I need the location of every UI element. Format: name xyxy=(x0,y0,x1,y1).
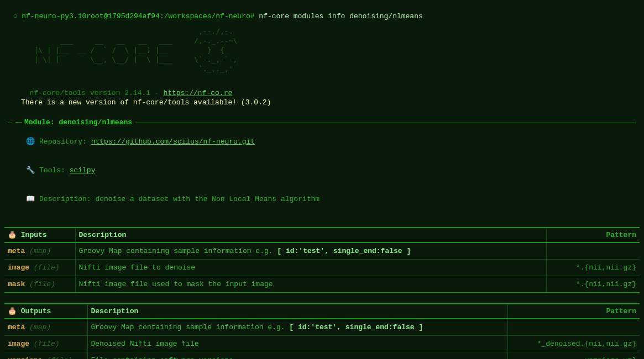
param-desc: Groovy Map containing sample information… xyxy=(79,247,278,255)
param-type: (map) xyxy=(29,247,51,255)
param-pattern: *_denoised.{nii,nii.gz} xyxy=(508,336,640,352)
repo-url-link[interactable]: https://github.com/scilus/nf-neuro.git xyxy=(91,138,255,146)
param-name: meta xyxy=(8,323,25,331)
param-desc: Denoised Nifti image file xyxy=(91,340,199,348)
module-title: Module: denoising/nlmeans xyxy=(12,118,135,127)
param-type: (file) xyxy=(46,356,72,359)
param-pattern xyxy=(508,319,640,336)
wrench-icon: 🔧 xyxy=(26,166,35,175)
outputs-header-pattern: Pattern xyxy=(508,304,640,319)
repo-line: 🌐 Repository: https://github.com/scilus/… xyxy=(9,128,636,156)
table-row: image (file)Nifti image file to denoise*… xyxy=(4,260,640,276)
inputs-table: 🎂 Inputs Description Pattern meta (map)G… xyxy=(4,227,640,293)
nf-core-ascii-logo: ,--./,-. ___ __ __ __ ___ /,-._.--~\ |\ … xyxy=(21,27,640,73)
table-row: meta (map)Groovy Map containing sample i… xyxy=(4,319,640,336)
param-name: image xyxy=(8,340,29,348)
param-desc: Groovy Map containing sample information… xyxy=(91,323,290,331)
param-name: versions xyxy=(8,356,42,359)
outputs-table: 🎂 Outputs Description Pattern meta (map)… xyxy=(4,303,640,359)
param-type: (file) xyxy=(29,280,55,288)
param-desc: Nifti image file to denoise xyxy=(79,263,196,272)
outputs-header-name: 🎂 Outputs xyxy=(4,304,87,319)
param-desc: File containing software versions xyxy=(91,356,233,359)
globe-icon: 🌐 xyxy=(26,137,35,146)
version-text: nf-core/tools version 2.14.1 - xyxy=(30,89,164,97)
prompt-env: nf-neuro-py3.10 xyxy=(22,12,86,20)
param-pattern: *.{nii,nii.gz} xyxy=(546,276,640,293)
outputs-header-desc: Description xyxy=(87,304,508,319)
param-pattern: versions.yml xyxy=(508,352,640,360)
param-pattern: *.{nii,nii.gz} xyxy=(546,260,640,276)
param-type: (map) xyxy=(29,323,51,331)
prompt-userhost: root@1795d294af94: xyxy=(86,12,164,20)
cake-icon: 🎂 xyxy=(8,307,17,315)
prompt-arrow: ○ xyxy=(13,12,22,20)
param-name: meta xyxy=(8,247,25,255)
book-icon: 📖 xyxy=(26,194,35,204)
param-type: (file) xyxy=(34,340,60,348)
table-row: image (file)Denoised Nifti image file*_d… xyxy=(4,336,640,352)
param-pattern xyxy=(546,242,640,260)
prompt-cwd: /workspaces/nf-neuro xyxy=(164,12,250,20)
param-desc-code: [ id:'test', single_end:false ] xyxy=(289,323,423,331)
new-version-notice: There is a new version of nf-core/tools … xyxy=(21,98,640,107)
table-row: versions (file)File containing software … xyxy=(4,352,640,360)
param-name: mask xyxy=(8,280,25,288)
tools-line: 🔧 Tools: scilpy xyxy=(9,156,636,184)
table-row: meta (map)Groovy Map containing sample i… xyxy=(4,242,640,260)
inputs-header-desc: Description xyxy=(75,228,546,242)
inputs-header-pattern: Pattern xyxy=(546,228,640,242)
table-row: mask (file)Nifti image file used to mask… xyxy=(4,276,640,293)
cake-icon: 🎂 xyxy=(8,231,17,239)
tools-link[interactable]: scilpy xyxy=(70,166,96,175)
param-desc: Nifti image file used to mask the input … xyxy=(79,280,273,288)
param-desc-code: [ id:'test', single_end:false ] xyxy=(277,247,411,255)
param-type: (file) xyxy=(34,263,60,272)
shell-prompt[interactable]: ○ nf-neuro-py3.10root@1795d294af94:/work… xyxy=(4,2,640,21)
inputs-header-name: 🎂 Inputs xyxy=(4,228,75,242)
param-name: image xyxy=(8,263,29,272)
prompt-command: nf-core modules info denoising/nlmeans xyxy=(259,12,422,20)
box-rule: Module: denoising/nlmeans xyxy=(8,123,636,123)
description-line: 📖 Description: denoise a dataset with th… xyxy=(9,185,636,213)
module-info-box: Module: denoising/nlmeans 🌐 Repository: … xyxy=(4,118,640,217)
version-url-link[interactable]: https://nf-co.re xyxy=(163,89,232,97)
tools-version-line: nf-core/tools version 2.14.1 - https://n… xyxy=(21,79,640,98)
